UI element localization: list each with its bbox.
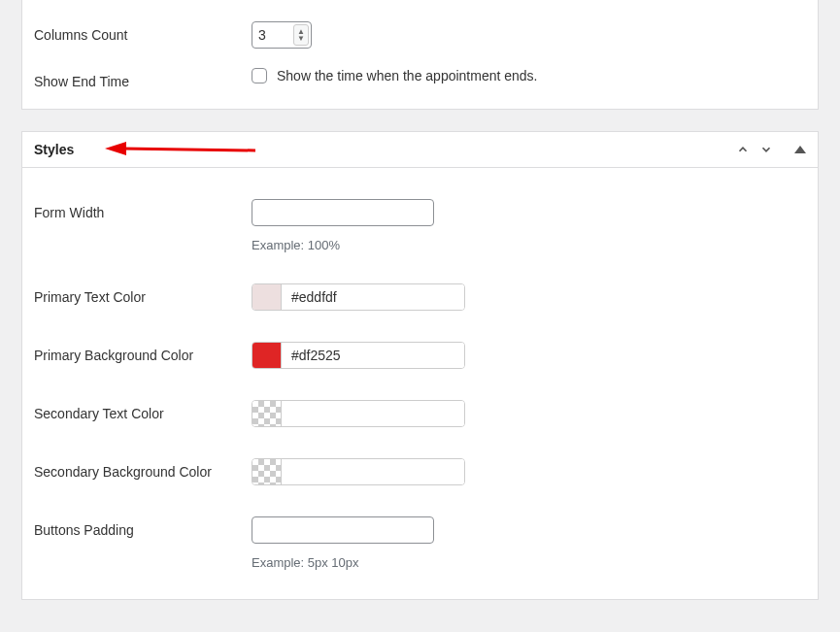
buttons-padding-input[interactable]: [252, 516, 434, 544]
secondary-bg-color-control: [252, 458, 806, 485]
panel-header-controls: [736, 143, 806, 156]
spinner-down-icon[interactable]: ▼: [297, 35, 305, 42]
show-end-time-label: Show End Time: [34, 68, 252, 89]
form-width-label: Form Width: [34, 199, 252, 220]
buttons-padding-row: Buttons Padding Example: 5px 10px: [22, 505, 818, 570]
number-spinner[interactable]: ▲ ▼: [293, 24, 309, 46]
secondary-text-color-label: Secondary Text Color: [34, 400, 252, 421]
primary-bg-color-label: Primary Background Color: [34, 342, 252, 363]
top-settings-panel: Columns Count 3 ▲ ▼ Show End Time Show t…: [21, 0, 819, 110]
move-up-icon[interactable]: [736, 143, 750, 156]
buttons-padding-hint: Example: 5px 10px: [252, 555, 806, 570]
styles-panel: Styles Form Width Example: 100% Primary …: [21, 131, 819, 600]
primary-text-color-field: [252, 283, 465, 311]
primary-text-color-label: Primary Text Color: [34, 283, 252, 305]
primary-bg-color-control: [252, 342, 806, 369]
secondary-bg-color-swatch[interactable]: [252, 459, 282, 484]
move-down-icon[interactable]: [759, 143, 773, 156]
secondary-text-color-input[interactable]: [282, 401, 465, 426]
primary-bg-color-swatch[interactable]: [252, 343, 282, 368]
primary-text-color-row: Primary Text Color: [22, 272, 818, 330]
secondary-text-color-control: [252, 400, 806, 427]
svg-line-0: [122, 149, 255, 150]
primary-text-color-swatch[interactable]: [252, 284, 282, 310]
styles-title: Styles: [34, 142, 74, 157]
form-width-input[interactable]: [252, 199, 434, 226]
secondary-bg-color-row: Secondary Background Color: [22, 447, 818, 505]
secondary-bg-color-field: [252, 458, 465, 485]
show-end-time-row: Show End Time Show the time when the app…: [22, 56, 818, 89]
buttons-padding-label: Buttons Padding: [34, 516, 252, 538]
svg-marker-1: [105, 142, 126, 155]
show-end-time-checkbox-label: Show the time when the appointment ends.: [277, 68, 538, 83]
secondary-bg-color-input[interactable]: [282, 459, 465, 484]
columns-count-control: 3 ▲ ▼: [252, 21, 806, 49]
arrow-annotation-icon: [105, 139, 255, 158]
columns-count-input[interactable]: 3 ▲ ▼: [252, 21, 312, 49]
columns-count-value: 3: [258, 27, 266, 43]
secondary-bg-color-label: Secondary Background Color: [34, 458, 252, 480]
styles-panel-body: Form Width Example: 100% Primary Text Co…: [22, 168, 818, 599]
form-width-control: Example: 100%: [252, 199, 806, 252]
primary-bg-color-field: [252, 342, 465, 369]
show-end-time-control: Show the time when the appointment ends.: [252, 68, 806, 83]
form-width-row: Form Width Example: 100%: [22, 187, 818, 272]
styles-panel-header[interactable]: Styles: [22, 132, 818, 168]
columns-count-row: Columns Count 3 ▲ ▼: [22, 10, 818, 56]
buttons-padding-control: Example: 5px 10px: [252, 516, 806, 570]
primary-text-color-control: [252, 283, 806, 311]
show-end-time-checkbox-wrap: Show the time when the appointment ends.: [252, 68, 806, 83]
primary-text-color-input[interactable]: [282, 284, 465, 310]
show-end-time-checkbox[interactable]: [252, 68, 267, 83]
collapse-icon[interactable]: [794, 146, 806, 153]
form-width-hint: Example: 100%: [252, 238, 806, 252]
columns-count-label: Columns Count: [34, 21, 252, 43]
secondary-text-color-swatch[interactable]: [252, 401, 282, 426]
primary-bg-color-row: Primary Background Color: [22, 330, 818, 388]
secondary-text-color-row: Secondary Text Color: [22, 388, 818, 447]
secondary-text-color-field: [252, 400, 465, 427]
primary-bg-color-input[interactable]: [282, 343, 465, 368]
